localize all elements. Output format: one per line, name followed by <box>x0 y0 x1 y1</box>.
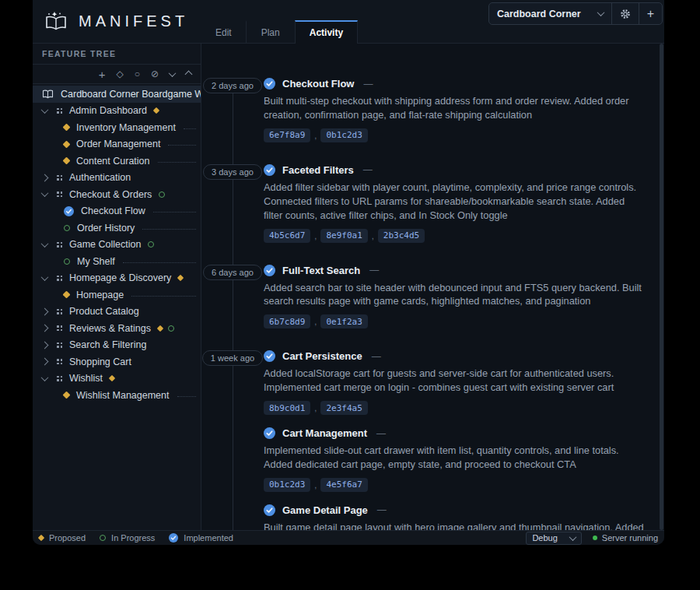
tree-row[interactable]: My Shelf <box>33 253 201 270</box>
group-entries: Checkout Flow—Built multi-step checkout … <box>264 78 648 155</box>
chip-separator: , <box>314 231 317 241</box>
tree-item-icon-wrap <box>64 142 69 147</box>
tree-row[interactable]: Admin Dashboard <box>33 103 201 120</box>
entry-title-row: Faceted Filters— <box>264 164 645 176</box>
implemented-check-icon <box>264 265 275 276</box>
tree-item-icon-wrap <box>64 258 70 265</box>
entry-title: Faceted Filters <box>282 164 354 176</box>
tree-row[interactable]: Inventory Management <box>33 119 201 136</box>
feature-grid-icon <box>57 309 62 314</box>
activity-group: 6 days agoFull-Text Search—Added search … <box>201 265 648 342</box>
tree-row[interactable]: Product Catalog <box>33 304 201 321</box>
tree-item-label: Inventory Management <box>76 122 176 133</box>
app-window: MANIFEST EditPlanActivity Cardboard Corn… <box>33 0 664 545</box>
commit-chip[interactable]: 4b5c6d7 <box>264 229 310 243</box>
tree-row[interactable]: Content Curation <box>33 153 201 170</box>
project-controls: Cardboard Corner + <box>488 2 663 25</box>
no-status-filter-icon[interactable]: ⊘ <box>151 69 159 79</box>
commit-chip[interactable]: 6b7c8d9 <box>264 314 310 328</box>
commit-chip[interactable]: 8e9f0a1 <box>320 229 367 243</box>
feature-tree: Cardboard Corner Boardgame WebsiteAdmin … <box>33 84 201 530</box>
tree-row[interactable]: Checkout Flow <box>33 203 201 220</box>
dotted-leader <box>177 395 197 397</box>
feature-grid-icon <box>57 376 62 381</box>
commit-chip[interactable]: 2e3f4a5 <box>320 401 367 415</box>
dotted-leader <box>153 211 196 212</box>
in-progress-filter-icon[interactable]: ○ <box>135 69 140 79</box>
collapse-all-icon[interactable] <box>186 72 191 77</box>
tree-row[interactable]: Game Collection <box>33 237 201 254</box>
tree-row[interactable]: Homepage & Discovery <box>33 270 201 287</box>
implemented-badge <box>264 265 275 276</box>
commit-chip[interactable]: 2b3c4d5 <box>378 229 425 243</box>
entry-title-row: Game Detail Page— <box>264 504 645 516</box>
tree-chevron-slot <box>42 359 48 364</box>
expand-all-icon[interactable] <box>170 72 175 77</box>
tree-item-icon-wrap <box>57 376 62 381</box>
commit-chip[interactable]: 6e7f8a9 <box>264 128 310 142</box>
tree-item-icon-wrap <box>57 359 62 364</box>
implemented-check-icon <box>264 164 275 176</box>
entry-title: Cart Management <box>282 427 367 439</box>
tree-row[interactable]: Wishlist <box>33 371 201 388</box>
commit-chip[interactable]: 0b1c2d3 <box>264 478 310 492</box>
tree-chevron-slot <box>42 342 48 348</box>
chevron-up-icon <box>185 70 193 78</box>
tree-row[interactable]: Reviews & Ratings <box>33 320 201 337</box>
time-badge: 3 days ago <box>203 164 262 180</box>
in-progress-circle-icon <box>100 535 106 541</box>
tree-row[interactable]: Checkout & Orders <box>33 186 201 203</box>
tree-item-icon-wrap <box>64 158 69 163</box>
tree-chevron-slot <box>42 276 48 281</box>
tree-row[interactable]: Order History <box>33 219 201 237</box>
feature-tree-title: FEATURE TREE <box>33 44 201 65</box>
proposed-diamond-icon <box>177 275 184 281</box>
tree-item-icon-wrap <box>64 392 69 398</box>
commit-chip[interactable]: 0e1f2a3 <box>320 314 367 328</box>
tree-row[interactable]: Authentication <box>33 170 201 187</box>
tree-item-icon-wrap <box>64 125 69 130</box>
timeline-rail: 6 days ago <box>201 265 264 342</box>
tree-row[interactable]: Homepage <box>33 286 201 304</box>
timeline-rail: 2 days ago <box>201 78 264 155</box>
new-project-button[interactable]: + <box>639 3 662 24</box>
activity-entry: Cart Persistence—Added localStorage cart… <box>264 350 645 415</box>
tab-activity[interactable]: Activity <box>295 20 358 44</box>
tree-item-label: Content Curation <box>76 156 150 167</box>
tree-row[interactable]: Shopping Cart <box>33 353 201 371</box>
entry-title: Cart Persistence <box>282 350 362 362</box>
tree-item-label: Homepage & Discovery <box>69 272 171 283</box>
implemented-check-icon <box>264 427 275 439</box>
in-progress-circle-icon <box>168 325 174 332</box>
tab-edit[interactable]: Edit <box>201 20 247 44</box>
proposed-filter-icon[interactable]: ◇ <box>116 69 123 79</box>
commit-chip[interactable]: 8b9c0d1 <box>264 401 310 415</box>
entry-title-row: Cart Persistence— <box>264 350 645 362</box>
manifest-logo-book-icon <box>43 11 69 33</box>
tree-item-icon-wrap <box>64 206 74 216</box>
tab-plan[interactable]: Plan <box>247 20 295 44</box>
commit-chip[interactable]: 4e5f6a7 <box>320 478 367 492</box>
commit-chip[interactable]: 0b1c2d3 <box>320 128 367 142</box>
project-selector[interactable]: Cardboard Corner <box>489 3 611 24</box>
scrollbar-thumb[interactable] <box>660 44 663 530</box>
debug-select[interactable]: Debug <box>526 532 581 545</box>
plus-icon: + <box>647 8 654 20</box>
tree-item-label: Search & Filtering <box>69 339 146 350</box>
tree-item-label: Cardboard Corner Boardgame Website <box>61 89 201 100</box>
tree-row[interactable]: Order Management <box>33 136 201 153</box>
dotted-leader <box>168 144 196 146</box>
implemented-check-icon <box>264 78 275 90</box>
tree-row[interactable]: Wishlist Management <box>33 387 201 404</box>
tree-row[interactable]: Cardboard Corner Boardgame Website <box>33 86 201 103</box>
time-badge: 1 week ago <box>202 350 263 366</box>
entry-title-row: Cart Management— <box>264 427 645 439</box>
chevron-right-icon <box>41 358 49 366</box>
settings-button[interactable] <box>611 3 639 24</box>
chip-separator: , <box>314 403 317 413</box>
status-bar: ProposedIn ProgressImplemented Debug Ser… <box>33 530 664 545</box>
entry-title-dash: — <box>372 351 381 362</box>
add-feature-icon[interactable]: + <box>99 68 106 80</box>
activity-entry: Faceted Filters—Added filter sidebar wit… <box>264 164 645 243</box>
tree-row[interactable]: Search & Filtering <box>33 337 201 354</box>
